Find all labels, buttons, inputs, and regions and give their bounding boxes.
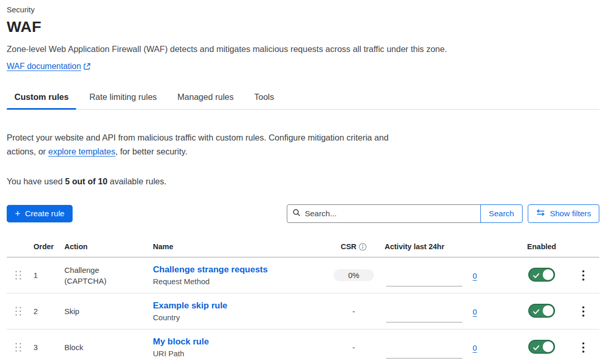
rule-activity-cell: 0 <box>385 336 503 359</box>
rule-match-field: Request Method <box>153 277 323 286</box>
activity-count-link[interactable]: 0 <box>473 343 477 352</box>
kebab-menu-button[interactable] <box>580 268 586 283</box>
check-icon <box>533 307 540 316</box>
rule-order: 2 <box>33 307 64 316</box>
rule-name-link[interactable]: Challenge strange requests <box>153 265 323 275</box>
search-box <box>287 204 481 223</box>
rule-enabled-cell <box>503 268 580 283</box>
breadcrumb: Security <box>7 5 599 14</box>
tab-custom-rules[interactable]: Custom rules <box>7 87 76 109</box>
rule-csr-cell: - <box>323 343 385 352</box>
rule-name-cell: My block rule URI Path <box>153 337 323 358</box>
rule-action: Skip <box>64 306 153 317</box>
table-header-row: Order Action Name CSR Activity last 24hr… <box>7 237 599 257</box>
csr-value: - <box>353 307 355 316</box>
rule-action: Challenge (CAPTCHA) <box>64 265 153 286</box>
drag-handle-cell <box>7 271 33 280</box>
explore-templates-link[interactable]: explore templates <box>48 147 115 156</box>
csr-value: - <box>353 343 355 352</box>
header-name: Name <box>153 242 323 251</box>
page-title: WAF <box>7 18 599 36</box>
rule-name-cell: Challenge strange requests Request Metho… <box>153 265 323 286</box>
tab-rate-limiting-rules[interactable]: Rate limiting rules <box>81 87 164 109</box>
toggle-knob <box>543 341 553 352</box>
tab-bar: Custom rules Rate limiting rules Managed… <box>7 87 599 110</box>
drag-handle-cell <box>7 343 33 352</box>
usage-text-after: available rules. <box>108 177 167 186</box>
kebab-menu-button[interactable] <box>580 304 586 319</box>
usage-count: 5 out of 10 <box>65 177 108 186</box>
activity-count-link[interactable]: 0 <box>473 307 477 316</box>
rule-csr-cell: - <box>323 307 385 316</box>
rule-action: Block <box>64 342 153 353</box>
create-rule-button[interactable]: + Create rule <box>7 205 73 222</box>
intro-text-after: , for better security. <box>115 147 187 156</box>
page-description: Zone-level Web Application Firewall (WAF… <box>7 44 599 54</box>
header-csr-label: CSR <box>341 242 357 251</box>
table-row: 3 Block My block rule URI Path - 0 <box>7 330 599 364</box>
show-filters-label: Show filters <box>550 209 591 218</box>
external-link-icon <box>83 63 91 72</box>
rule-enabled-cell <box>503 304 580 319</box>
rule-match-field: URI Path <box>153 349 323 358</box>
kebab-menu-button[interactable] <box>580 340 586 355</box>
rule-enabled-cell <box>503 340 580 355</box>
search-button[interactable]: Search <box>480 204 523 223</box>
waf-documentation-link[interactable]: WAF documentation <box>7 62 81 71</box>
rule-order: 1 <box>33 271 64 280</box>
rule-match-field: Country <box>153 313 323 322</box>
rule-name-link[interactable]: Example skip rule <box>153 301 323 311</box>
rule-menu-cell <box>580 268 601 283</box>
rule-activity-cell: 0 <box>385 300 503 323</box>
rule-name-cell: Example skip rule Country <box>153 301 323 322</box>
table-body: 1 Challenge (CAPTCHA) Challenge strange … <box>7 257 599 364</box>
drag-handle-icon[interactable] <box>15 307 22 316</box>
usage-text: You have used 5 out of 10 available rule… <box>7 177 599 186</box>
activity-count-link[interactable]: 0 <box>473 271 477 280</box>
rule-order: 3 <box>33 343 64 352</box>
tab-managed-rules[interactable]: Managed rules <box>170 87 241 109</box>
header-order: Order <box>33 242 64 251</box>
search-input[interactable] <box>305 209 475 218</box>
toggle-knob <box>543 269 553 280</box>
plus-icon: + <box>15 209 21 218</box>
rule-csr-cell: 0% <box>323 269 385 281</box>
csr-value: 0% <box>334 269 374 281</box>
toggle-knob <box>543 305 553 316</box>
check-icon <box>533 343 540 352</box>
info-icon[interactable] <box>359 243 367 251</box>
tab-tools[interactable]: Tools <box>247 87 282 109</box>
enabled-toggle[interactable] <box>528 340 555 354</box>
swap-arrows-icon <box>536 209 545 218</box>
header-csr: CSR <box>323 242 385 251</box>
activity-sparkline <box>386 271 462 287</box>
table-row: 2 Skip Example skip rule Country - 0 <box>7 293 599 330</box>
enabled-toggle[interactable] <box>528 268 555 282</box>
rule-activity-cell: 0 <box>385 264 503 287</box>
header-activity: Activity last 24hr <box>385 242 503 251</box>
rules-table: Order Action Name CSR Activity last 24hr… <box>7 237 599 364</box>
usage-text-before: You have used <box>7 177 65 186</box>
waf-page: Security WAF Zone-level Web Application … <box>0 0 606 364</box>
activity-sparkline <box>386 343 462 359</box>
rule-menu-cell <box>580 340 601 355</box>
rule-menu-cell <box>580 304 601 319</box>
search-icon <box>292 209 301 219</box>
show-filters-button[interactable]: Show filters <box>528 204 599 223</box>
drag-handle-icon[interactable] <box>15 271 22 280</box>
drag-handle-icon[interactable] <box>15 343 22 352</box>
table-row: 1 Challenge (CAPTCHA) Challenge strange … <box>7 257 599 293</box>
check-icon <box>533 271 540 280</box>
create-rule-label: Create rule <box>25 209 65 218</box>
intro-text: Protect your website and API from malici… <box>7 131 390 159</box>
toolbar: + Create rule Search Show filters <box>7 204 599 223</box>
drag-handle-cell <box>7 307 33 316</box>
enabled-toggle[interactable] <box>528 304 555 318</box>
header-enabled: Enabled <box>503 242 580 251</box>
activity-sparkline <box>386 307 462 323</box>
rule-name-link[interactable]: My block rule <box>153 337 323 347</box>
header-action: Action <box>64 242 153 251</box>
